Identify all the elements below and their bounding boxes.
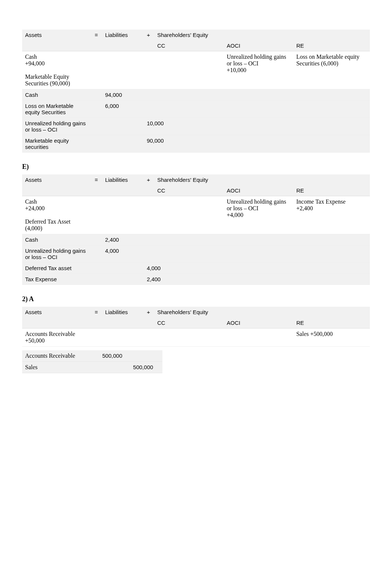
journal-debit: 2,400 [102, 234, 144, 245]
cell-assets: Cash +24,000 Deferred Tax Asset (4,000) [22, 196, 92, 234]
table-row: Accounts Receivable +50,000 Sales +500,0… [22, 329, 370, 347]
section-heading-2a: 2) A [22, 295, 370, 303]
journal-account: Unrealized holding gains or loss – OCI [22, 118, 92, 135]
journal-credit: 4,000 [144, 263, 370, 274]
col-shareholders: Shareholders' Equity [154, 174, 370, 185]
col-assets: Assets [22, 307, 92, 317]
col-re: RE [293, 317, 370, 329]
col-re: RE [293, 185, 370, 196]
col-plus: + [144, 307, 154, 317]
col-assets: Assets [22, 174, 92, 185]
journal-debit [102, 263, 144, 274]
cell-aoci: Unrealized holding gains or loss – OCI +… [224, 196, 293, 234]
col-cc: CC [154, 317, 224, 329]
journal-account: Cash [22, 89, 92, 101]
col-eq: = [92, 30, 102, 40]
col-aoci: AOCI [224, 185, 293, 196]
journal-account: Tax Expense [22, 274, 92, 285]
table-row: Cash +24,000 Deferred Tax Asset (4,000) … [22, 196, 370, 234]
journal-credit: 90,000 [144, 135, 370, 153]
journal-debit [102, 118, 144, 135]
journal-debit: 4,000 [102, 245, 144, 263]
journal-row: Unrealized holding gains or loss – OCI 1… [22, 118, 370, 135]
col-cc: CC [154, 40, 224, 51]
journal-account: Accounts Receivable [22, 350, 99, 362]
cell-re: Income Tax Expense +2,400 [293, 196, 370, 234]
cell-assets: Cash +94,000 Marketable Equity Securitie… [22, 51, 92, 89]
journal-account: Loss on Marketable equity Securities [22, 101, 92, 118]
cell-re: Sales +500,000 [293, 329, 370, 347]
journal-debit [102, 135, 144, 153]
col-re: RE [293, 40, 370, 51]
table-row: Cash +94,000 Marketable Equity Securitie… [22, 51, 370, 89]
journal-debit: 500,000 [99, 350, 130, 362]
journal-credit [144, 89, 370, 101]
journal-row: Loss on Marketable equity Securities 6,0… [22, 101, 370, 118]
journal-account: Unrealized holding gains or loss – OCI [22, 245, 92, 263]
col-shareholders: Shareholders' Equity [154, 30, 370, 40]
cell-aoci: Unrealized holding gains or loss – OCI +… [224, 51, 293, 89]
journal-row: Marketable equity securities 90,000 [22, 135, 370, 153]
col-liabilities: Liabilities [102, 307, 144, 317]
journal-debit [99, 362, 130, 373]
journal-row: Tax Expense 2,400 [22, 274, 370, 285]
journal-account: Deferred Tax asset [22, 263, 92, 274]
col-eq: = [92, 174, 102, 185]
col-liabilities: Liabilities [102, 174, 144, 185]
cell-assets: Accounts Receivable +50,000 [22, 329, 92, 347]
journal-row: Sales 500,000 [22, 362, 162, 373]
journal-row: Cash 94,000 [22, 89, 370, 101]
journal-row: Unrealized holding gains or loss – OCI 4… [22, 245, 370, 263]
col-aoci: AOCI [224, 317, 293, 329]
journal-credit [144, 234, 370, 245]
journal-debit: 94,000 [102, 89, 144, 101]
accounting-table-1: Assets = Liabilities + Shareholders' Equ… [22, 30, 370, 153]
accounting-table-2: Assets = Liabilities + Shareholders' Equ… [22, 174, 370, 285]
col-eq: = [92, 307, 102, 317]
journal-credit: 2,400 [144, 274, 370, 285]
journal-credit [144, 101, 370, 118]
journal-row: Accounts Receivable 500,000 [22, 350, 162, 362]
journal-row: Deferred Tax asset 4,000 [22, 263, 370, 274]
journal-debit: 6,000 [102, 101, 144, 118]
journal-account: Sales [22, 362, 99, 373]
journal-account: Marketable equity securities [22, 135, 92, 153]
col-aoci: AOCI [224, 40, 293, 51]
journal-row: Cash 2,400 [22, 234, 370, 245]
journal-credit: 500,000 [130, 362, 162, 373]
col-assets: Assets [22, 30, 92, 40]
col-plus: + [144, 174, 154, 185]
journal-credit [144, 245, 370, 263]
col-liabilities: Liabilities [102, 30, 144, 40]
journal-table-3: Accounts Receivable 500,000 Sales 500,00… [22, 350, 162, 373]
col-cc: CC [154, 185, 224, 196]
journal-debit [102, 274, 144, 285]
journal-credit: 10,000 [144, 118, 370, 135]
journal-account: Cash [22, 234, 92, 245]
section-heading-e: E) [22, 163, 370, 171]
col-shareholders: Shareholders' Equity [154, 307, 370, 317]
cell-re: Loss on Marketable equity Securities (6,… [293, 51, 370, 89]
col-plus: + [144, 30, 154, 40]
journal-credit [130, 350, 162, 362]
accounting-table-3: Assets = Liabilities + Shareholders' Equ… [22, 307, 370, 347]
